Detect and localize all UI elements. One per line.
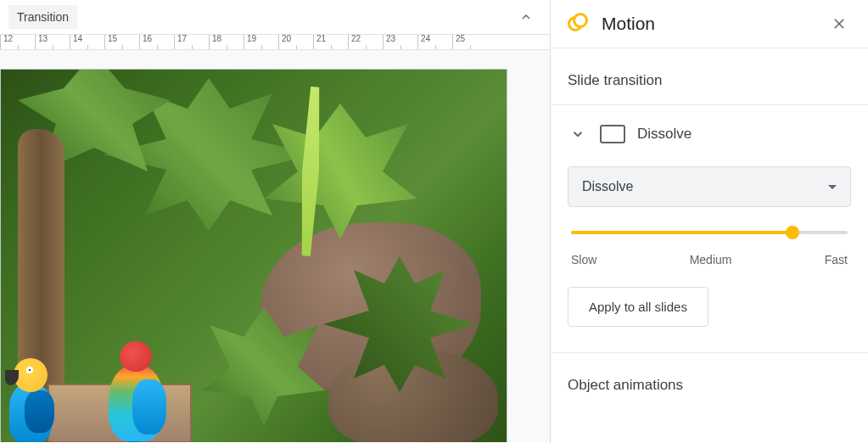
speed-label-fast: Fast xyxy=(825,253,848,266)
ruler-tick: 17 xyxy=(174,35,209,49)
ruler-tick: 15 xyxy=(104,35,139,49)
motion-panel: Motion Slide transition Dissolve Dissolv… xyxy=(551,0,868,443)
close-panel-button[interactable] xyxy=(827,12,851,36)
dropdown-selected-value: Dissolve xyxy=(582,179,633,194)
transition-type-dropdown[interactable]: Dissolve xyxy=(568,166,851,207)
slide-canvas[interactable] xyxy=(0,69,507,442)
apply-to-all-slides-button[interactable]: Apply to all slides xyxy=(568,287,708,327)
canvas-area xyxy=(0,50,550,442)
main-editor-area: Transition 1213141516171819202122232425 xyxy=(0,0,551,443)
speed-slider-thumb[interactable] xyxy=(786,226,799,239)
ruler-tick: 20 xyxy=(278,35,313,49)
slide-image xyxy=(1,70,507,442)
speed-slider[interactable] xyxy=(571,231,848,234)
collapse-toolbar-button[interactable] xyxy=(516,7,536,27)
motion-icon xyxy=(568,13,590,35)
dropdown-arrow-icon xyxy=(828,185,837,189)
chevron-up-icon xyxy=(519,10,533,24)
ruler-tick: 14 xyxy=(70,35,104,49)
ruler-tick: 25 xyxy=(452,35,487,49)
slide-icon xyxy=(600,125,625,143)
close-icon xyxy=(832,16,847,31)
speed-label-medium: Medium xyxy=(690,253,732,266)
ruler-tick: 24 xyxy=(417,35,452,49)
transition-button[interactable]: Transition xyxy=(8,5,77,29)
panel-title: Motion xyxy=(602,14,815,34)
panel-header: Motion xyxy=(551,0,868,48)
current-transition-name: Dissolve xyxy=(637,126,692,143)
ruler-tick: 13 xyxy=(35,35,70,49)
transition-summary-row[interactable]: Dissolve xyxy=(568,105,851,160)
ruler-tick: 18 xyxy=(209,35,244,49)
ruler-tick: 23 xyxy=(383,35,417,49)
ruler-tick: 19 xyxy=(244,35,278,49)
slide-transition-heading: Slide transition xyxy=(568,48,851,104)
ruler-tick: 16 xyxy=(139,35,174,49)
ruler-tick: 12 xyxy=(0,35,35,49)
ruler-tick: 21 xyxy=(313,35,348,49)
ruler-tick: 22 xyxy=(348,35,383,49)
object-animations-heading: Object animations xyxy=(568,353,851,409)
chevron-down-icon xyxy=(570,126,585,142)
expand-transition-button[interactable] xyxy=(568,124,588,144)
speed-label-slow: Slow xyxy=(571,253,596,266)
horizontal-ruler: 1213141516171819202122232425 xyxy=(0,35,550,50)
toolbar: Transition xyxy=(0,0,550,35)
